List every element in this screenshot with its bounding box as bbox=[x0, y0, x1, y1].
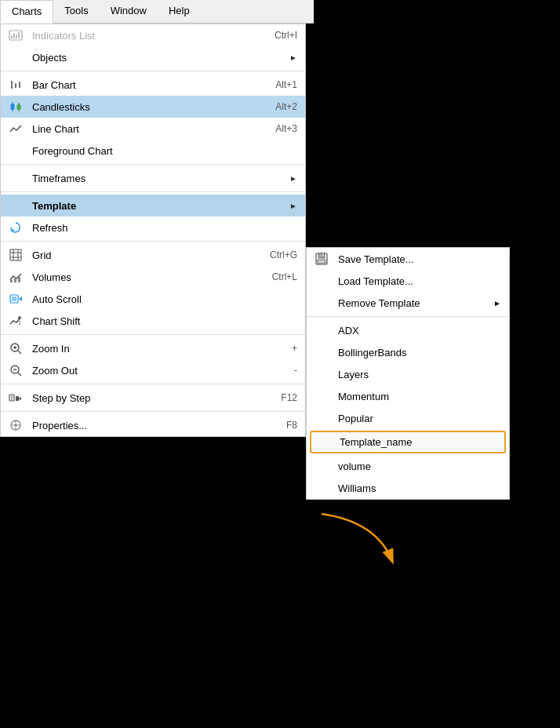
svg-rect-27 bbox=[18, 277, 20, 282]
submenu-popular[interactable]: Popular bbox=[307, 407, 509, 429]
grid-label: Grid bbox=[32, 249, 270, 261]
separator-5 bbox=[1, 334, 305, 335]
zoom-out-shortcut: - bbox=[294, 365, 297, 376]
grid-shortcut: Ctrl+G bbox=[270, 249, 297, 260]
menu-help[interactable]: Help bbox=[158, 0, 201, 23]
properties-icon bbox=[7, 417, 24, 434]
refresh-icon bbox=[7, 219, 24, 236]
timeframes-label: Timeframes bbox=[32, 173, 283, 184]
menu-charts[interactable]: Charts bbox=[0, 0, 53, 24]
template-arrow: ► bbox=[289, 202, 297, 210]
foreground-chart-label: Foreground Chart bbox=[32, 145, 297, 157]
menu-item-bar-chart[interactable]: Bar Chart Alt+1 bbox=[1, 74, 305, 96]
svg-marker-29 bbox=[19, 297, 22, 301]
menu-item-properties[interactable]: Properties... F8 bbox=[1, 414, 305, 436]
separator-6 bbox=[1, 384, 305, 384]
submenu-save-template[interactable]: Save Template... bbox=[307, 248, 509, 270]
submenu-remove-template[interactable]: Remove Template ► bbox=[307, 292, 509, 314]
svg-line-41 bbox=[18, 373, 21, 376]
svg-rect-24 bbox=[10, 249, 21, 260]
volumes-label: Volumes bbox=[32, 271, 272, 283]
menu-item-timeframes[interactable]: Timeframes ► bbox=[1, 167, 305, 189]
save-template-label: Save Template... bbox=[338, 253, 501, 265]
menu-item-auto-scroll[interactable]: Auto Scroll bbox=[1, 288, 305, 310]
submenu-momentum[interactable]: Momentum bbox=[307, 385, 509, 407]
submenu-sep-1 bbox=[307, 316, 509, 317]
indicators-icon bbox=[7, 27, 24, 44]
load-template-label: Load Template... bbox=[338, 275, 501, 287]
step-by-step-shortcut: F12 bbox=[281, 392, 297, 403]
volume-label: volume bbox=[338, 460, 501, 472]
svg-point-50 bbox=[14, 424, 17, 427]
menu-item-volumes[interactable]: Volumes Ctrl+L bbox=[1, 266, 305, 288]
menu-item-grid[interactable]: Grid Ctrl+G bbox=[1, 244, 305, 266]
menu-bar: Charts Tools Window Help bbox=[0, 0, 314, 24]
properties-label: Properties... bbox=[32, 420, 286, 431]
menu-item-candlesticks[interactable]: Candlesticks Alt+2 bbox=[1, 96, 305, 118]
svg-rect-17 bbox=[17, 105, 20, 109]
submenu-load-template[interactable]: Load Template... bbox=[307, 270, 509, 292]
save-template-icon bbox=[313, 250, 330, 268]
menu-item-foreground-chart[interactable]: Foreground Chart bbox=[1, 140, 305, 162]
line-chart-icon bbox=[7, 120, 24, 137]
charts-dropdown: Indicators List Ctrl+I Objects ► Bar Cha… bbox=[0, 24, 306, 437]
template-label: Template bbox=[32, 200, 283, 212]
candlesticks-label: Candlesticks bbox=[32, 101, 275, 113]
grid-icon bbox=[7, 246, 24, 264]
submenu-williams[interactable]: Williams bbox=[307, 477, 509, 499]
volumes-icon bbox=[7, 268, 24, 286]
zoom-in-shortcut: + bbox=[292, 343, 297, 354]
menu-item-chart-shift[interactable]: Chart Shift bbox=[1, 310, 305, 332]
popular-label: Popular bbox=[338, 413, 501, 424]
submenu-layers[interactable]: Layers bbox=[307, 363, 509, 385]
separator-2 bbox=[1, 164, 305, 165]
menu-item-zoom-in[interactable]: Zoom In + bbox=[1, 337, 305, 359]
chart-shift-icon bbox=[7, 312, 24, 329]
arrow-annotation bbox=[314, 506, 416, 577]
candlesticks-shortcut: Alt+2 bbox=[275, 101, 297, 112]
svg-rect-57 bbox=[322, 253, 324, 257]
menu-item-objects[interactable]: Objects ► bbox=[1, 46, 305, 68]
zoom-in-label: Zoom In bbox=[32, 343, 292, 355]
volumes-shortcut: Ctrl+L bbox=[272, 271, 297, 282]
menu-item-template[interactable]: Template ► bbox=[1, 195, 305, 217]
zoom-out-icon bbox=[7, 362, 24, 379]
menu-item-zoom-out[interactable]: Zoom Out - bbox=[1, 359, 305, 381]
submenu-template-name[interactable]: Template_name bbox=[310, 431, 506, 453]
svg-rect-25 bbox=[10, 280, 13, 282]
submenu-adx[interactable]: ADX bbox=[307, 319, 509, 341]
bar-chart-icon bbox=[7, 76, 24, 93]
chart-shift-label: Chart Shift bbox=[32, 315, 297, 327]
svg-marker-48 bbox=[20, 397, 22, 400]
objects-arrow: ► bbox=[289, 53, 297, 62]
template-name-label: Template_name bbox=[340, 436, 496, 448]
separator-1 bbox=[1, 71, 305, 71]
refresh-label: Refresh bbox=[32, 222, 297, 234]
svg-rect-26 bbox=[14, 278, 16, 282]
indicators-list-shortcut: Ctrl+I bbox=[275, 30, 297, 41]
submenu-volume[interactable]: volume bbox=[307, 455, 509, 477]
svg-rect-14 bbox=[11, 104, 14, 109]
properties-shortcut: F8 bbox=[286, 420, 297, 431]
menu-item-indicators-list[interactable]: Indicators List Ctrl+I bbox=[1, 24, 305, 46]
svg-line-38 bbox=[18, 351, 21, 354]
zoom-out-label: Zoom Out bbox=[32, 365, 294, 377]
williams-label: Williams bbox=[338, 482, 501, 494]
bar-chart-label: Bar Chart bbox=[32, 79, 275, 91]
submenu-bollinger[interactable]: BollingerBands bbox=[307, 341, 509, 363]
menu-item-refresh[interactable]: Refresh bbox=[1, 217, 305, 238]
auto-scroll-icon bbox=[7, 290, 24, 308]
step-by-step-label: Step by Step bbox=[32, 392, 281, 404]
svg-rect-58 bbox=[318, 260, 325, 264]
menu-item-step-by-step[interactable]: Step by Step F12 bbox=[1, 387, 305, 409]
remove-template-label: Remove Template bbox=[338, 297, 493, 309]
menu-window[interactable]: Window bbox=[100, 0, 158, 23]
bar-chart-shortcut: Alt+1 bbox=[275, 79, 297, 90]
timeframes-arrow: ► bbox=[289, 174, 297, 183]
menu-tools[interactable]: Tools bbox=[53, 0, 99, 23]
line-chart-shortcut: Alt+3 bbox=[275, 123, 297, 134]
step-icon bbox=[7, 389, 24, 406]
line-chart-label: Line Chart bbox=[32, 123, 275, 135]
separator-7 bbox=[1, 411, 305, 412]
menu-item-line-chart[interactable]: Line Chart Alt+3 bbox=[1, 118, 305, 140]
